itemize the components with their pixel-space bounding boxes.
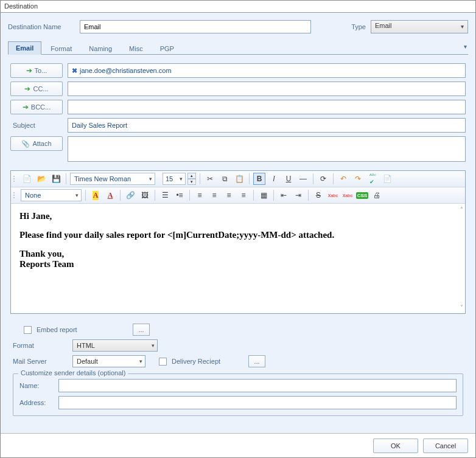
ok-button[interactable]: OK [373, 439, 418, 453]
paste-icon[interactable]: 📋 [233, 173, 245, 185]
sender-legend: Customize sender details (optional) [18, 369, 128, 376]
dest-name-label: Destination Name [8, 23, 75, 30]
strike-icon[interactable]: S [312, 189, 324, 201]
window-title: Destination [4, 2, 38, 10]
sender-name-label: Name: [19, 382, 54, 389]
font-size-spinner[interactable]: ▴▾ [187, 173, 196, 185]
remove-recipient-icon[interactable]: ✖ [72, 67, 77, 75]
body-line-3: Thank you, [19, 249, 457, 259]
save-icon[interactable]: 💾 [50, 173, 62, 185]
embed-report-checkbox[interactable] [24, 326, 32, 334]
underline-button[interactable]: U [282, 173, 295, 185]
mail-server-browse-button[interactable]: ... [248, 355, 265, 367]
spellcheck-icon[interactable]: ᴬᴮᶜ✔ [366, 173, 379, 185]
font-name-select[interactable]: Times New Roman [70, 173, 155, 185]
link-icon[interactable]: 🔗 [124, 189, 136, 201]
cc-button[interactable]: ➔ CC... [10, 82, 63, 96]
embed-browse-button[interactable]: ... [133, 324, 150, 336]
hr-icon[interactable]: ― [297, 173, 309, 185]
font-size-input[interactable]: 15 [163, 173, 186, 185]
sender-name-input[interactable] [58, 379, 457, 392]
redo-icon[interactable]: ↷ [352, 173, 364, 185]
new-icon[interactable]: 📄 [21, 173, 33, 185]
tab-format[interactable]: Format [43, 42, 80, 55]
subject-field[interactable]: Daily Sales Report [68, 118, 466, 133]
bcc-field[interactable] [68, 100, 466, 114]
body-line-4: Reports Team [19, 259, 457, 269]
destination-dialog: Destination Destination Name Type Email … [0, 0, 476, 458]
ordered-list-icon[interactable]: ☰ [159, 189, 171, 201]
align-justify-icon[interactable]: ≡ [237, 189, 250, 201]
copy-icon[interactable]: ⧉ [219, 173, 231, 185]
subscript-icon[interactable]: xabc [341, 189, 354, 201]
table-icon[interactable]: ▦ [257, 189, 270, 201]
editor-toolbar-2: None A A 🔗 🖼 ☰ •≡ ≡ ≡ ≡ ≡ ▦ [11, 187, 465, 204]
tab-overflow-icon[interactable]: ▾ [464, 43, 467, 50]
editor-body[interactable]: Hi Jane, Please find your daily sales re… [11, 204, 465, 313]
dialog-footer: OK Cancel [1, 433, 475, 457]
sender-address-input[interactable] [58, 396, 457, 409]
delivery-receipt-label: Delivery Reciept [172, 358, 220, 365]
css-icon[interactable]: CSS [356, 189, 368, 201]
cc-field[interactable] [68, 82, 466, 96]
header-row: Destination Name Type Email [8, 19, 468, 38]
tab-strip: Email Format Naming Misc PGP ▾ [8, 41, 468, 55]
spin-up-icon[interactable]: ▴ [187, 173, 196, 179]
tab-naming[interactable]: Naming [81, 42, 120, 55]
tab-email[interactable]: Email [8, 41, 41, 55]
align-right-icon[interactable]: ≡ [223, 189, 235, 201]
format-select[interactable]: HTML [72, 339, 158, 352]
toolbar-grip[interactable] [13, 176, 17, 182]
sender-address-label: Address: [19, 399, 54, 406]
style-select[interactable]: None [21, 189, 82, 201]
align-center-icon[interactable]: ≡ [208, 189, 220, 201]
cut-icon[interactable]: ✂ [204, 173, 216, 185]
cancel-button[interactable]: Cancel [423, 439, 468, 453]
mail-server-label: Mail Server [13, 358, 68, 365]
scroll-down-icon[interactable]: ˅ [460, 304, 463, 311]
rich-editor: 📄 📂 💾 Times New Roman 15 ▴▾ ✂ ⧉ 📋 B I U [10, 170, 466, 314]
type-select[interactable]: Email [371, 20, 468, 33]
toolbar-grip[interactable] [13, 192, 17, 198]
unordered-list-icon[interactable]: •≡ [173, 189, 186, 201]
dest-name-input[interactable] [80, 20, 311, 33]
to-value: jane.doe@christiansteven.com [80, 67, 172, 74]
outdent-icon[interactable]: ⇤ [278, 189, 290, 201]
indent-icon[interactable]: ⇥ [292, 189, 304, 201]
body-line-2: Please find your daily sales report for … [19, 230, 457, 240]
subject-value: Daily Sales Report [72, 122, 127, 129]
paperclip-icon: 📎 [21, 140, 30, 148]
bcc-button[interactable]: ➔ BCC... [10, 100, 63, 114]
italic-button[interactable]: I [268, 173, 280, 185]
open-icon[interactable]: 📂 [35, 173, 47, 185]
body-line-1: Hi Jane, [19, 211, 457, 221]
embed-report-label: Embed report [37, 326, 128, 333]
sender-details-fieldset: Customize sender details (optional) Name… [13, 373, 463, 416]
type-value: Email [375, 22, 392, 29]
scroll-up-icon[interactable]: ˄ [460, 206, 463, 213]
format-label: Format [13, 342, 68, 349]
to-button[interactable]: ➔ To... [10, 63, 63, 78]
subject-label: Subject [10, 122, 63, 129]
superscript-icon[interactable]: xabc [327, 189, 339, 201]
attach-button[interactable]: 📎 Attach [10, 136, 63, 151]
print-icon[interactable]: 🖨 [371, 189, 383, 201]
insert-icon[interactable]: 📄 [381, 173, 393, 185]
undo-icon[interactable]: ↶ [337, 173, 349, 185]
highlight-color-icon[interactable]: A [89, 189, 102, 201]
tab-misc[interactable]: Misc [121, 42, 151, 55]
attach-field[interactable] [68, 136, 466, 162]
font-color-icon[interactable]: A [104, 189, 116, 201]
to-field[interactable]: ✖ jane.doe@christiansteven.com [68, 63, 466, 78]
spin-down-icon[interactable]: ▾ [187, 179, 196, 185]
editor-toolbar-1: 📄 📂 💾 Times New Roman 15 ▴▾ ✂ ⧉ 📋 B I U [11, 171, 465, 187]
image-icon[interactable]: 🖼 [139, 189, 151, 201]
refresh-icon[interactable]: ⟳ [317, 173, 329, 185]
delivery-receipt-checkbox[interactable] [159, 358, 167, 366]
bold-button[interactable]: B [253, 173, 265, 185]
mail-server-select[interactable]: Default [72, 355, 145, 367]
titlebar: Destination [1, 1, 475, 13]
tab-pgp[interactable]: PGP [152, 42, 182, 55]
arrow-right-icon: ➔ [24, 85, 30, 92]
align-left-icon[interactable]: ≡ [194, 189, 206, 201]
